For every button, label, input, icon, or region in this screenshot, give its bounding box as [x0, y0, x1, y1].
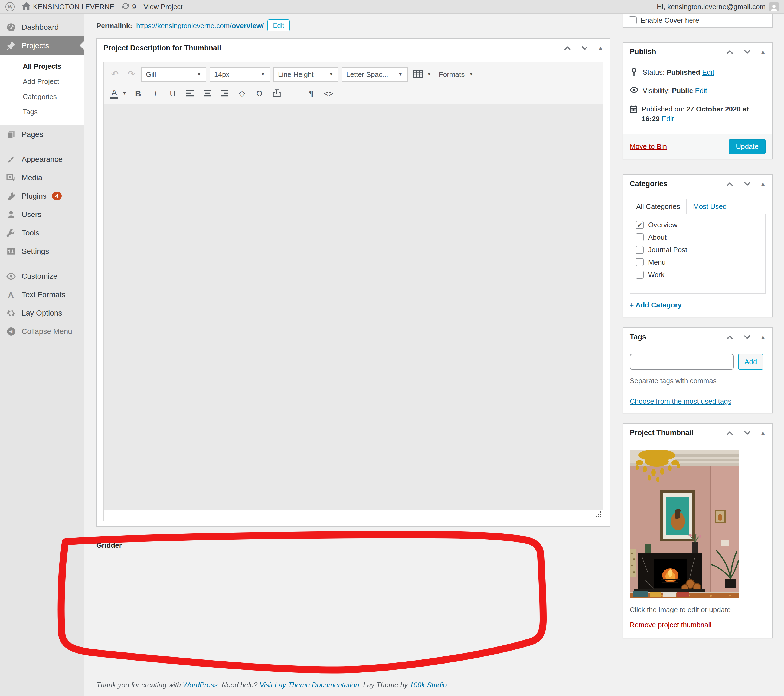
- paste-as-text-button[interactable]: [268, 85, 285, 101]
- sidebar-item-tools[interactable]: Tools: [0, 224, 84, 242]
- sidebar-item-lay-options[interactable]: Lay Options: [0, 304, 84, 322]
- italic-button[interactable]: I: [147, 85, 163, 101]
- move-up-icon[interactable]: [726, 334, 734, 340]
- sidebar-item-projects[interactable]: Projects: [0, 36, 84, 55]
- tags-header[interactable]: Tags ▲: [623, 328, 772, 346]
- toggle-panel-icon[interactable]: ▲: [760, 49, 766, 55]
- categories-header[interactable]: Categories ▲: [623, 175, 772, 193]
- lay-theme-docs-link[interactable]: Visit Lay Theme Documentation: [260, 681, 359, 689]
- submenu-add-project[interactable]: Add Project: [23, 74, 84, 89]
- choose-most-used-tags-link[interactable]: Choose from the most used tags: [630, 397, 731, 405]
- edit-published-on-link[interactable]: Edit: [662, 115, 674, 123]
- line-height-select[interactable]: Line Height▼: [273, 67, 338, 81]
- category-checkbox-work[interactable]: [636, 271, 644, 279]
- table-button[interactable]: ▼: [411, 66, 433, 82]
- align-center-button[interactable]: [199, 85, 216, 101]
- toggle-panel-icon[interactable]: ▲: [760, 430, 766, 436]
- align-left-button[interactable]: [182, 85, 198, 101]
- permalink-url-link[interactable]: https://kensingtonleverne.com/overview/: [136, 21, 264, 30]
- wordpress-link[interactable]: WordPress: [183, 681, 217, 689]
- sidebar-item-dashboard[interactable]: Dashboard: [0, 18, 84, 36]
- submenu-tags[interactable]: Tags: [23, 104, 84, 120]
- category-checkbox-journal-post[interactable]: [636, 246, 644, 254]
- horizontal-rule-button[interactable]: —: [286, 85, 302, 101]
- collapse-menu-button[interactable]: ◀ Collapse Menu: [0, 322, 84, 341]
- letter-spacing-select[interactable]: Letter Spac...▼: [341, 67, 407, 81]
- move-up-icon[interactable]: [563, 44, 572, 51]
- chevron-down-icon: ▼: [398, 72, 403, 77]
- site-name-link[interactable]: KENSINGTON LEVERNE: [22, 2, 114, 11]
- move-down-icon[interactable]: [743, 334, 751, 340]
- clear-formatting-button[interactable]: ◇: [234, 85, 250, 101]
- new-tag-input[interactable]: [630, 354, 734, 370]
- formats-menu[interactable]: Formats▼: [436, 66, 475, 82]
- enable-cover-checkbox[interactable]: [629, 16, 637, 25]
- update-button[interactable]: Update: [729, 139, 766, 154]
- permalink-edit-button[interactable]: Edit: [267, 20, 290, 31]
- enable-cover-box: Enable Cover here: [623, 13, 772, 28]
- project-thumbnail-image[interactable]: [630, 450, 738, 598]
- sidebar-item-text-formats[interactable]: A Text Formats: [0, 285, 84, 304]
- publish-header[interactable]: Publish ▲: [623, 43, 772, 61]
- toggle-panel-icon[interactable]: ▲: [760, 334, 766, 340]
- move-down-icon[interactable]: [743, 181, 751, 187]
- bold-button[interactable]: B: [130, 85, 146, 101]
- move-up-icon[interactable]: [726, 429, 734, 436]
- updates-indicator[interactable]: 9: [122, 2, 136, 11]
- sidebar-item-settings[interactable]: Settings: [0, 242, 84, 260]
- toggle-panel-icon[interactable]: ▲: [598, 45, 603, 51]
- undo-icon[interactable]: ↶: [108, 69, 122, 80]
- add-tag-button[interactable]: Add: [738, 354, 763, 370]
- metabox-header[interactable]: Project Description for Thumbnail ▲: [97, 39, 609, 58]
- projects-submenu: All Projects Add Project Categories Tags: [0, 55, 84, 125]
- redo-icon[interactable]: ↷: [125, 69, 138, 80]
- code-button[interactable]: <>: [321, 85, 337, 101]
- category-checkbox-overview[interactable]: [636, 221, 644, 229]
- category-checkbox-menu[interactable]: [636, 258, 644, 266]
- move-up-icon[interactable]: [726, 48, 734, 55]
- account-greeting[interactable]: Hi, kensington.leverne@gmail.com: [657, 2, 766, 11]
- tab-all-categories[interactable]: All Categories: [630, 199, 687, 214]
- permalink-row: Permalink: https://kensingtonleverne.com…: [96, 19, 610, 32]
- add-category-link[interactable]: + Add Category: [630, 301, 682, 309]
- sidebar-item-customize[interactable]: Customize: [0, 267, 84, 285]
- view-project-link[interactable]: View Project: [144, 2, 183, 11]
- font-family-select[interactable]: Gill▼: [141, 67, 206, 81]
- edit-status-link[interactable]: Edit: [702, 68, 715, 76]
- updates-count: 9: [132, 2, 136, 11]
- category-checkbox-about[interactable]: [636, 233, 644, 241]
- plugin-icon: [5, 191, 16, 201]
- move-up-icon[interactable]: [726, 181, 734, 187]
- avatar[interactable]: [769, 2, 779, 11]
- sidebar-item-users[interactable]: Users: [0, 205, 84, 224]
- sidebar-item-pages[interactable]: Pages: [0, 125, 84, 143]
- move-down-icon[interactable]: [743, 48, 751, 55]
- chevron-down-icon: ▼: [427, 72, 431, 77]
- submenu-categories[interactable]: Categories: [23, 89, 84, 104]
- resize-grabber-icon[interactable]: [595, 511, 601, 520]
- tab-most-used[interactable]: Most Used: [687, 199, 733, 214]
- sidebar-item-appearance[interactable]: Appearance: [0, 150, 84, 168]
- paragraph-marks-button[interactable]: ¶: [303, 85, 320, 101]
- font-size-select[interactable]: 14px▼: [209, 67, 270, 81]
- sidebar-item-plugins[interactable]: Plugins 4: [0, 187, 84, 205]
- editor-content-area[interactable]: [104, 104, 603, 510]
- pushpin-icon: [5, 41, 16, 50]
- metabox-title: Project Description for Thumbnail: [104, 44, 563, 52]
- text-color-button[interactable]: A ▼: [108, 85, 129, 101]
- thumbnail-header[interactable]: Project Thumbnail ▲: [623, 424, 772, 442]
- align-right-button[interactable]: [217, 85, 233, 101]
- move-down-icon[interactable]: [743, 429, 751, 436]
- wp-logo-menu[interactable]: W: [5, 2, 15, 11]
- special-character-button[interactable]: Ω: [251, 85, 267, 101]
- underline-button[interactable]: U: [165, 85, 181, 101]
- move-to-bin-link[interactable]: Move to Bin: [630, 142, 667, 150]
- category-item: Overview: [636, 221, 759, 229]
- edit-visibility-link[interactable]: Edit: [695, 87, 707, 95]
- studio-link[interactable]: 100k Studio: [410, 681, 447, 689]
- toggle-panel-icon[interactable]: ▲: [760, 181, 766, 187]
- remove-thumbnail-link[interactable]: Remove project thumbnail: [630, 621, 712, 629]
- sidebar-item-media[interactable]: Media: [0, 168, 84, 187]
- submenu-all-projects[interactable]: All Projects: [23, 59, 84, 74]
- move-down-icon[interactable]: [580, 44, 589, 51]
